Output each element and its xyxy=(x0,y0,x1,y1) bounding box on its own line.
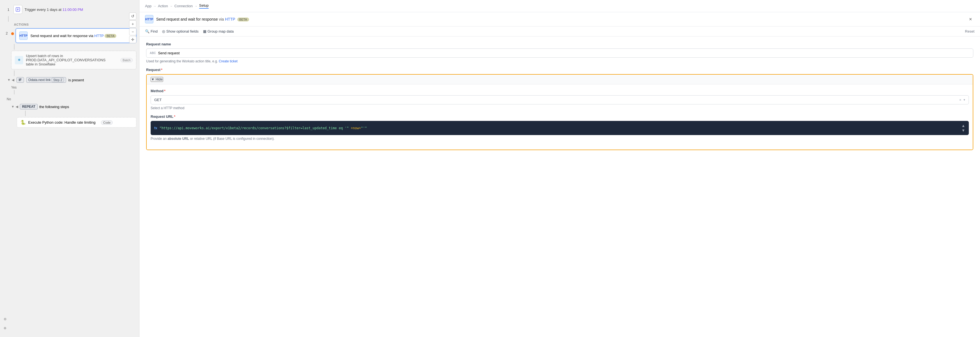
batch-badge: Batch xyxy=(121,58,133,62)
header-beta-badge: BETA xyxy=(237,17,249,21)
actions-section-label: ACTIONS xyxy=(0,22,139,27)
url-field: Request URL* fx "https://api.moveworks.a… xyxy=(151,114,969,141)
panel-header: HTTP Send request and wait for response … xyxy=(140,12,980,27)
group-icon: ▦ xyxy=(203,29,206,33)
breadcrumb-app[interactable]: App xyxy=(145,4,151,8)
if-badge: IF xyxy=(16,77,24,83)
request-section: Request* ▼ Hide Method* xyxy=(146,68,973,150)
request-box: ▼ Hide Method* GET × ▾ xyxy=(146,74,973,150)
repeat-text: the following steps xyxy=(39,105,69,109)
no-branch: No xyxy=(4,95,139,103)
breadcrumb-arrow-3: → xyxy=(194,5,197,8)
connector-line-3 xyxy=(14,70,14,76)
yes-label: Yes xyxy=(8,85,139,90)
http-step-icon: HTTP xyxy=(19,32,28,40)
breadcrumb-connection[interactable]: Connection xyxy=(174,4,193,8)
request-name-section: Request name ABC Used for generating the… xyxy=(146,42,973,63)
request-box-header: ▼ Hide xyxy=(147,74,973,84)
breadcrumb-action[interactable]: Action xyxy=(158,4,168,8)
yes-branch: Yes xyxy=(8,84,139,95)
python-row: 🐍 Execute Python code: Handle rate limit… xyxy=(0,116,139,129)
http-step-card[interactable]: HTTP Send request and wait for response … xyxy=(16,28,136,43)
url-hint: Provide an absolute URL or relative URL … xyxy=(151,137,969,141)
add-above-button[interactable]: + xyxy=(129,21,136,28)
trigger-icon xyxy=(13,5,22,14)
snowflake-step-card[interactable]: ❄ Upsert batch of rows in PROD.DATA_API_… xyxy=(11,51,136,70)
request-label: Request* xyxy=(146,68,973,72)
breadcrumb-arrow-2: → xyxy=(170,5,173,8)
request-name-field[interactable] xyxy=(158,51,970,55)
chevron-down-icon: ▾ xyxy=(964,98,965,102)
reset-button[interactable]: Reset xyxy=(965,29,974,33)
breadcrumb-arrow-1: → xyxy=(153,5,156,8)
find-button[interactable]: 🔍 Find xyxy=(145,28,158,35)
search-icon: 🔍 xyxy=(145,29,150,33)
step-number-1: 1 xyxy=(6,8,11,12)
fx-icon: fx xyxy=(154,126,157,130)
group-map-button[interactable]: ▦ Group map data xyxy=(203,28,234,35)
if-condition: is present xyxy=(68,78,84,82)
no-label: No xyxy=(4,97,139,102)
collapse-icon: ▼ xyxy=(151,78,154,81)
repeat-badge: REPEAT xyxy=(20,104,38,109)
request-name-input[interactable]: ABC xyxy=(146,49,973,58)
optional-fields-button[interactable]: ◎ Show optional fields xyxy=(162,28,199,35)
url-label: Request URL* xyxy=(151,114,969,119)
repeat-row: ▼ ◀ REPEAT the following steps xyxy=(8,103,139,111)
trigger-row: 1 Trigger every 1 days at 11:00:00 PM xyxy=(0,3,139,16)
method-hint: Select a HTTP method xyxy=(151,106,969,110)
side-icon-2[interactable]: ⊕ xyxy=(2,325,8,331)
connector-line-4 xyxy=(25,111,25,116)
connector-line-1 xyxy=(8,16,9,22)
add-below-button[interactable]: − xyxy=(129,28,136,35)
panel-header-icon: HTTP xyxy=(145,15,153,24)
workflow-panel: 1 Trigger every 1 days at 11:00:00 PM ↺ … xyxy=(0,0,140,337)
warning-dot xyxy=(11,32,14,35)
if-row: ▼ ◀ IF Odata.next link Step 2 is present xyxy=(0,76,139,84)
python-step-label: Execute Python code: Handle rate limitin… xyxy=(28,120,95,125)
code-badge: Code xyxy=(101,120,113,125)
expand-url-icon[interactable]: ▲ ▼ xyxy=(961,123,965,133)
url-text: "https://api.moveworks.ai/export/v1beta2… xyxy=(159,126,959,130)
breadcrumb: App → Action → Connection → Setup xyxy=(140,0,980,12)
connector-line-2 xyxy=(14,44,14,49)
request-name-hint: Used for generating the Workato action t… xyxy=(146,59,973,63)
breadcrumb-setup[interactable]: Setup xyxy=(199,3,208,9)
move-button[interactable]: ✛ xyxy=(129,36,136,43)
method-select[interactable]: GET × ▾ xyxy=(151,95,969,104)
http-step-label: Send request and wait for response via H… xyxy=(30,34,116,38)
url-input-box[interactable]: fx "https://api.moveworks.ai/export/v1be… xyxy=(151,121,969,135)
step2-row: 2 HTTP Send request and wait for respons… xyxy=(0,27,139,44)
side-icon-1[interactable]: ⚙ xyxy=(2,316,8,323)
form-content: Request name ABC Used for generating the… xyxy=(140,36,980,337)
beta-badge: BETA xyxy=(105,34,116,38)
refresh-button[interactable]: ↺ xyxy=(129,13,136,20)
panel-header-title: Send request and wait for response via H… xyxy=(156,17,964,21)
request-name-label: Request name xyxy=(146,42,973,46)
step-number-2: 2 xyxy=(4,31,10,35)
method-field: Method* GET × ▾ Select a HTTP method xyxy=(151,89,969,110)
fields-icon: ◎ xyxy=(162,29,165,33)
if-field: Odata.next link Step 2 xyxy=(26,77,66,83)
left-side-icons: ⚙ ⊕ xyxy=(2,316,8,331)
hide-toggle-button[interactable]: ▼ Hide xyxy=(151,77,163,82)
request-box-body: Method* GET × ▾ Select a HTTP method xyxy=(147,84,973,150)
yes-connector xyxy=(14,90,14,95)
trigger-text: Trigger every 1 days at 11:00:00 PM xyxy=(25,8,83,12)
abc-label: ABC xyxy=(150,52,156,55)
setup-panel: App → Action → Connection → Setup HTTP S… xyxy=(140,0,980,337)
action-controls: ↺ + − ✛ xyxy=(129,13,136,43)
clear-method-icon[interactable]: × xyxy=(959,98,961,102)
snowflake-step-icon: ❄ xyxy=(15,56,23,64)
create-ticket-link[interactable]: Create ticket xyxy=(219,59,238,63)
step3-row: ❄ Upsert batch of rows in PROD.DATA_API_… xyxy=(0,49,139,70)
snowflake-step-label: Upsert batch of rows in PROD.DATA_API_CO… xyxy=(26,54,114,66)
python-icon: 🐍 xyxy=(21,120,26,125)
close-button[interactable]: × xyxy=(967,15,974,23)
method-label: Method* xyxy=(151,89,969,93)
toolbar: 🔍 Find ◎ Show optional fields ▦ Group ma… xyxy=(140,27,980,36)
python-step-card[interactable]: 🐍 Execute Python code: Handle rate limit… xyxy=(17,117,136,128)
